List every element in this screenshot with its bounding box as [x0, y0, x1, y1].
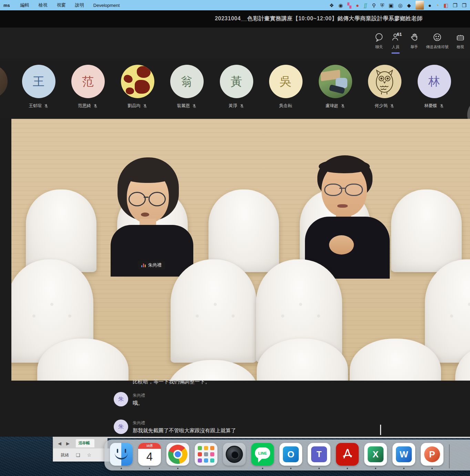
participant-avatar-partial-left[interactable] — [0, 65, 8, 98]
record-icon[interactable]: ● — [356, 3, 359, 8]
participant-lu[interactable]: 盧瑋超 — [311, 65, 360, 109]
screen-share-icon[interactable]: ▣ — [389, 3, 394, 8]
chat-avatar[interactable]: 朱 — [114, 392, 128, 406]
app-menu-partial[interactable]: ms — [3, 3, 10, 8]
photo-thumbnail-icon[interactable] — [416, 1, 424, 10]
participant-liu[interactable]: 劉品均 — [113, 65, 162, 109]
background-excel-window[interactable]: ◀ ▶ 活存帳 就緒 ❏ ☆ — [53, 438, 108, 462]
grid-app-icon[interactable]: ◉ — [338, 3, 343, 8]
screen: ms 編輯 檢視 視窗 說明 Development ❖ ◉ ▚ ● ∬ ⚲ ⛨… — [0, 0, 470, 476]
sheet-tab[interactable]: 活存帳 — [76, 439, 94, 447]
menu-edit[interactable]: 編輯 — [20, 2, 29, 8]
dock-item-camera-app[interactable] — [223, 443, 246, 466]
meeting-title-bar: 20231004__色彩計畫實務講座【10:00~12:00】銘傳大學商業設計學… — [0, 10, 470, 28]
chat-avatar[interactable]: 朱 — [114, 420, 128, 434]
mic-muted-icon — [143, 104, 147, 108]
dock-item-line[interactable]: LINE — [251, 443, 274, 466]
dock-item-launchpad[interactable] — [195, 443, 217, 466]
avatar-initial: 范 — [71, 65, 105, 98]
chair — [26, 189, 96, 272]
teams-icon: T — [308, 443, 330, 466]
menu-development[interactable]: Development — [93, 3, 120, 8]
mic-muted-icon — [239, 104, 244, 108]
speaker-left-glasses — [129, 192, 146, 206]
partial-icon[interactable]: ❒ — [462, 3, 467, 8]
dock-item-finder[interactable] — [110, 443, 133, 466]
avatar-owl-drawing — [368, 65, 401, 98]
mic-muted-icon — [390, 104, 395, 108]
teal-app-icon[interactable]: ∬ — [364, 3, 368, 8]
chair — [391, 189, 462, 272]
star-icon[interactable]: ☆ — [87, 452, 92, 458]
speaker-left-glasses — [149, 192, 166, 206]
participant-name: 吳念耘 — [279, 103, 292, 109]
dock-item-teams[interactable]: T — [308, 443, 330, 466]
speaker-left-mouth — [141, 213, 149, 217]
nav-back-button[interactable]: ◀ — [58, 441, 61, 446]
chat-button[interactable]: 聊天 — [371, 30, 387, 52]
participant-huang[interactable]: 黃 黃淨 — [212, 65, 261, 109]
participant-name: 林憂蝶 — [424, 103, 437, 109]
shared-video-stage[interactable]: 朱尚禮 — [11, 119, 470, 381]
avatar-photo-outdoor — [319, 65, 352, 98]
active-tab-underline — [391, 52, 400, 54]
participant-name: 盧瑋超 — [325, 103, 338, 109]
chrome-icon — [166, 443, 189, 466]
chat-message-text: 那我就先截圖了不管啦大家跟沒有跟上就算了 — [133, 427, 236, 434]
chat-panel: 比較暗，等一下我們倆調整一下。 朱 朱尚禮 哦。 朱 朱尚禮 那我就先截圖了不管… — [0, 381, 470, 437]
view-label: 檢視 — [457, 44, 464, 50]
dock-item-calendar[interactable]: 10月 4 — [138, 443, 161, 466]
dock-divider — [449, 444, 450, 468]
participant-he[interactable]: 何少筠 — [360, 65, 409, 109]
drop-icon[interactable]: ◆ — [407, 3, 411, 8]
participant-fan[interactable]: 范 范思綺 — [63, 65, 112, 109]
send-reaction-label: 傳送表情符號 — [426, 44, 449, 50]
badge-icon[interactable]: ◧ — [443, 3, 448, 8]
avatar-initial: 林 — [418, 65, 451, 98]
speaker-right-hands — [329, 235, 354, 255]
menu-bar: ms 編輯 檢視 視窗 說明 Development ❖ ◉ ▚ ● ∬ ⚲ ⛨… — [0, 0, 470, 10]
participant-lin[interactable]: 林 林憂蝶 — [410, 65, 459, 109]
search-circle-icon[interactable]: ◎ — [398, 3, 402, 8]
dock-item-excel[interactable]: X — [364, 443, 387, 466]
menu-view[interactable]: 檢視 — [39, 2, 48, 8]
status-ready-label: 就緒 — [61, 452, 69, 458]
outlook-icon: O — [279, 443, 302, 466]
nav-forward-button[interactable]: ▶ — [66, 441, 70, 446]
participant-weng[interactable]: 翁 翁麗恩 — [162, 65, 211, 109]
speaker-left-fringe — [122, 166, 173, 183]
send-reaction-button[interactable]: 傳送表情符號 — [422, 30, 452, 52]
messenger-icon[interactable]: ● — [428, 3, 431, 8]
participant-name: 黃淨 — [229, 103, 237, 109]
menu-help[interactable]: 說明 — [75, 2, 84, 8]
shield-icon[interactable]: ⛨ — [380, 3, 384, 8]
ring-icon[interactable]: ◔ — [436, 3, 439, 8]
mic-muted-icon — [93, 104, 98, 108]
finder-icon — [110, 443, 133, 466]
participant-name: 范思綺 — [78, 103, 91, 109]
view-button[interactable]: 檢視 — [452, 30, 469, 52]
participant-wu[interactable]: 吳 吳念耘 — [261, 65, 310, 109]
dock-item-powerpoint[interactable]: P — [421, 443, 443, 466]
text-cursor — [380, 425, 381, 435]
dock-item-word[interactable]: W — [392, 443, 415, 466]
participant-wang[interactable]: 王 王郁瑄 — [14, 65, 63, 109]
dock-item-chrome[interactable] — [166, 443, 189, 466]
menu-window[interactable]: 視窗 — [57, 2, 66, 8]
raise-hand-button[interactable]: 舉手 — [406, 30, 422, 52]
dock-item-acrobat[interactable] — [336, 443, 359, 466]
location-pin-icon[interactable]: ⚲ — [372, 3, 376, 8]
people-label: 人員 — [392, 44, 399, 50]
files-icon[interactable]: ❐ — [453, 3, 457, 8]
figma-icon[interactable]: ▚ — [347, 3, 351, 8]
avatar-initial: 翁 — [170, 65, 204, 98]
speaker-left-glasses-bridge — [144, 197, 149, 198]
people-button[interactable]: 61 人員 — [387, 30, 404, 52]
dropbox-icon[interactable]: ❖ — [329, 3, 334, 8]
meeting-title: 20231004__色彩計畫實務講座【10:00~12:00】銘傳大學商業設計學… — [193, 15, 445, 22]
layout-icon[interactable]: ❏ — [76, 452, 80, 458]
emoji-icon — [432, 32, 442, 42]
mic-muted-icon — [439, 104, 444, 108]
dock-item-outlook[interactable]: O — [279, 443, 302, 466]
speaker-right-glasses — [345, 184, 363, 196]
